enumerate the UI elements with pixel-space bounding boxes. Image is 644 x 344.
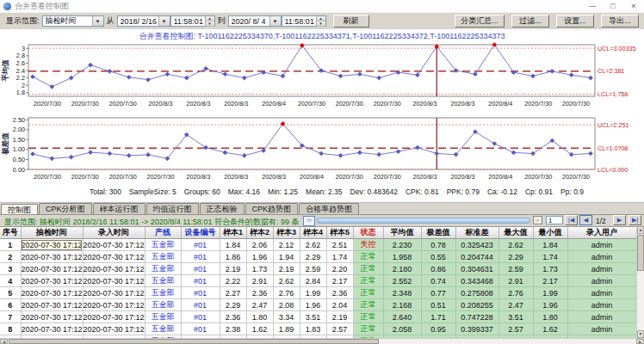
spinner-arrows-icon[interactable]: ▲▼: [205, 16, 214, 26]
table-cell[interactable]: 1.958: [383, 251, 421, 263]
column-header[interactable]: 抽检时间: [21, 227, 83, 239]
table-cell[interactable]: 3: [0, 263, 21, 275]
table-cell[interactable]: 2: [0, 251, 21, 263]
table-cell[interactable]: 正常: [353, 275, 383, 287]
table-cell[interactable]: 2.180: [383, 263, 421, 275]
maximize-button[interactable]: □: [603, 0, 623, 12]
table-cell[interactable]: 0.325423: [455, 239, 498, 251]
table-cell[interactable]: 2.38: [220, 323, 246, 335]
table-row[interactable]: 52020-07-30 17:12:582020-07-30 17:12:58五…: [0, 287, 636, 299]
table-cell[interactable]: 2.36: [326, 287, 353, 299]
table-cell[interactable]: 正常: [353, 251, 383, 263]
from-time-spinner[interactable]: 11:58:01 ▲▼: [170, 15, 215, 27]
table-cell[interactable]: 2.058: [383, 323, 421, 335]
table-cell[interactable]: 1.74: [533, 251, 567, 263]
table-cell[interactable]: 2.06: [246, 239, 273, 251]
table-cell[interactable]: 4: [0, 275, 21, 287]
chevron-down-icon[interactable]: ▼: [269, 16, 281, 26]
column-header[interactable]: 样本4: [300, 227, 326, 239]
table-cell[interactable]: 2.62: [498, 239, 533, 251]
table-cell[interactable]: 2.62: [273, 275, 300, 287]
column-header[interactable]: 平均值: [383, 227, 421, 239]
tab-4[interactable]: 正态检验: [200, 203, 245, 215]
table-cell[interactable]: 正常: [353, 323, 383, 335]
column-header[interactable]: 序号: [0, 227, 21, 239]
table-cell[interactable]: 0.304631: [455, 263, 498, 275]
table-cell[interactable]: 2.168: [383, 299, 421, 311]
chevron-down-icon[interactable]: ▼: [158, 16, 170, 26]
horizontal-scroll-thumb[interactable]: [9, 339, 379, 344]
table-cell[interactable]: 2.36: [246, 287, 273, 299]
table-cell[interactable]: 2.640: [383, 311, 421, 323]
table-cell[interactable]: 2.19: [326, 311, 353, 323]
table-cell[interactable]: 1.71: [421, 311, 455, 323]
table-cell[interactable]: admin: [567, 299, 636, 311]
table-cell[interactable]: 2.29: [300, 251, 326, 263]
table-cell[interactable]: 0.51: [421, 299, 455, 311]
table-cell[interactable]: 2.62: [300, 239, 326, 251]
table-cell[interactable]: 0.204744: [455, 251, 498, 263]
table-cell[interactable]: admin: [567, 275, 636, 287]
table-cell[interactable]: 2020-07-30 17:12:58: [83, 299, 145, 311]
from-date-picker[interactable]: 2018/ 2/16 ▼: [117, 15, 170, 27]
table-cell[interactable]: #01: [181, 275, 220, 287]
slider-icon[interactable]: ▭: [303, 216, 315, 226]
table-cell[interactable]: 0.86: [421, 263, 455, 275]
table-cell[interactable]: 2020-07-30 17:12:58: [21, 299, 83, 311]
table-cell[interactable]: 3.34: [273, 311, 300, 323]
table-cell[interactable]: 2020-07-30 17:12:59: [83, 311, 145, 323]
table-cell[interactable]: admin: [567, 239, 636, 251]
table-cell[interactable]: admin: [567, 287, 636, 299]
table-cell[interactable]: 1.86: [220, 251, 246, 263]
table-row[interactable]: 72020-07-30 17:12:592020-07-30 17:12:59五…: [0, 311, 636, 323]
page-input[interactable]: 1: [546, 216, 563, 224]
to-date-picker[interactable]: 2020/ 8/ 4 ▼: [228, 15, 282, 27]
table-cell[interactable]: 2.91: [498, 275, 533, 287]
table-cell[interactable]: 2.57: [326, 323, 353, 335]
table-cell[interactable]: 2.17: [533, 275, 567, 287]
table-cell[interactable]: 2.19: [273, 263, 300, 275]
first-page-button[interactable]: |◀: [565, 215, 578, 225]
table-cell[interactable]: 2.91: [246, 275, 273, 287]
table-cell[interactable]: 1.84: [533, 239, 567, 251]
table-cell[interactable]: 2.12: [273, 239, 300, 251]
table-cell[interactable]: 2020-07-30 17:12:58: [21, 287, 83, 299]
table-cell[interactable]: 2.552: [383, 275, 421, 287]
table-cell[interactable]: 2020-07-30 17:12:58: [83, 287, 145, 299]
table-cell[interactable]: #01: [181, 299, 220, 311]
table-cell[interactable]: 2.57: [498, 323, 533, 335]
refresh-button[interactable]: 刷新: [333, 15, 369, 28]
table-cell[interactable]: 五金部: [145, 275, 181, 287]
column-header[interactable]: 极差值: [421, 227, 455, 239]
table-cell[interactable]: 五金部: [145, 299, 181, 311]
table-cell[interactable]: 5: [0, 287, 21, 299]
table-cell[interactable]: 0.95: [421, 323, 455, 335]
table-cell[interactable]: 2.36: [220, 311, 246, 323]
tab-1[interactable]: CPK分析图: [39, 203, 92, 215]
table-cell[interactable]: 2.59: [498, 263, 533, 275]
table-cell[interactable]: 3.51: [498, 311, 533, 323]
table-cell[interactable]: #01: [181, 323, 220, 335]
table-cell[interactable]: 失控: [353, 239, 383, 251]
table-cell[interactable]: 2020-07-30 17:12:57: [21, 251, 83, 263]
tab-5[interactable]: CPK趋势图: [245, 203, 299, 215]
table-cell[interactable]: 正常: [353, 263, 383, 275]
table-cell[interactable]: 0.747228: [455, 311, 498, 323]
column-header[interactable]: 设备编号: [181, 227, 220, 239]
table-cell[interactable]: 1.94: [273, 251, 300, 263]
table-cell[interactable]: 2020-07-30 17:12:58: [83, 263, 145, 275]
table-cell[interactable]: 五金部: [145, 323, 181, 335]
table-cell[interactable]: admin: [567, 251, 636, 263]
prev-page-button[interactable]: ◀: [579, 215, 592, 225]
table-cell[interactable]: 1.62: [533, 323, 567, 335]
table-cell[interactable]: 正常: [353, 299, 383, 311]
column-header[interactable]: 状态: [353, 227, 383, 239]
scroll-up-icon[interactable]: ▲: [637, 226, 644, 234]
table-cell[interactable]: #01: [181, 251, 220, 263]
table-cell[interactable]: 五金部: [145, 311, 181, 323]
filter-button[interactable]: 过滤...: [511, 15, 549, 28]
table-cell[interactable]: 2.04: [326, 299, 353, 311]
table-cell[interactable]: 2020-07-30 17:12:58: [83, 275, 145, 287]
table-cell[interactable]: 1.80: [246, 311, 273, 323]
column-header[interactable]: 样本3: [273, 227, 300, 239]
